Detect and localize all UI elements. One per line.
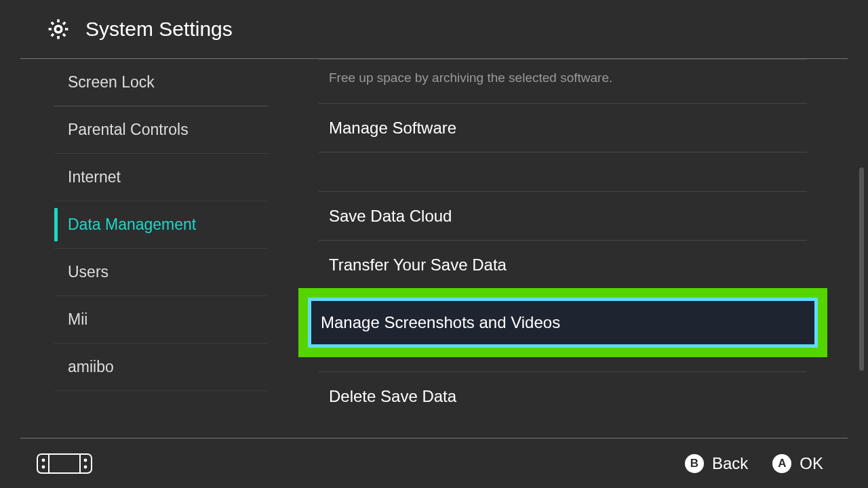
section-gap [319,152,807,191]
sidebar-item-label: Data Management [68,216,196,234]
sidebar-item-mii[interactable]: Mii [54,296,268,344]
hint-ok[interactable]: A OK [772,454,823,473]
svg-rect-1 [37,454,92,473]
svg-point-0 [55,26,62,33]
sidebar-item-screen-lock[interactable]: Screen Lock [54,59,268,106]
header: System Settings [20,0,848,59]
b-button-icon: B [685,454,704,473]
svg-point-6 [84,465,87,468]
row-label: Transfer Your Save Data [329,256,507,274]
description-text: Free up space by archiving the selected … [319,59,807,103]
sidebar-item-label: Mii [68,310,87,329]
row-manage-screenshots-videos[interactable]: Manage Screenshots and Videos [314,304,812,342]
sidebar-item-data-management[interactable]: Data Management [54,201,268,249]
sidebar-item-parental-controls[interactable]: Parental Controls [54,106,268,154]
sidebar: Screen Lock Parental Controls Internet D… [0,59,281,438]
sidebar-item-label: Parental Controls [68,121,189,139]
row-label: Delete Save Data [329,387,456,406]
gear-icon [46,17,71,41]
content-panel: Free up space by archiving the selected … [281,59,868,438]
sidebar-item-label: Internet [68,168,121,186]
sidebar-item-label: Users [68,263,108,281]
controller-icon [37,453,92,474]
svg-point-5 [42,465,45,468]
footer: B Back A OK [20,438,848,488]
a-button-icon: A [772,454,791,473]
row-label: Manage Screenshots and Videos [321,313,560,332]
sidebar-item-amiibo[interactable]: amiibo [54,344,268,391]
sidebar-item-internet[interactable]: Internet [54,154,268,201]
svg-point-3 [42,458,45,462]
svg-point-4 [84,458,87,462]
page-title: System Settings [85,18,233,41]
row-transfer-save-data[interactable]: Transfer Your Save Data [319,240,807,289]
sidebar-item-label: amiibo [68,358,114,376]
svg-rect-2 [49,454,80,473]
scrollbar[interactable] [859,167,864,371]
row-label: Manage Software [329,119,456,138]
hint-label: OK [800,454,823,473]
highlight-border: Manage Screenshots and Videos [308,298,818,348]
row-save-data-cloud[interactable]: Save Data Cloud [319,191,807,240]
highlight-overlay: Manage Screenshots and Videos [298,288,827,357]
hint-label: Back [712,454,748,473]
row-manage-software[interactable]: Manage Software [319,103,807,152]
row-label: Save Data Cloud [329,207,452,226]
sidebar-item-users[interactable]: Users [54,249,268,296]
hint-back[interactable]: B Back [685,454,748,473]
row-delete-save-data[interactable]: Delete Save Data [319,371,807,420]
sidebar-item-label: Screen Lock [68,73,155,92]
